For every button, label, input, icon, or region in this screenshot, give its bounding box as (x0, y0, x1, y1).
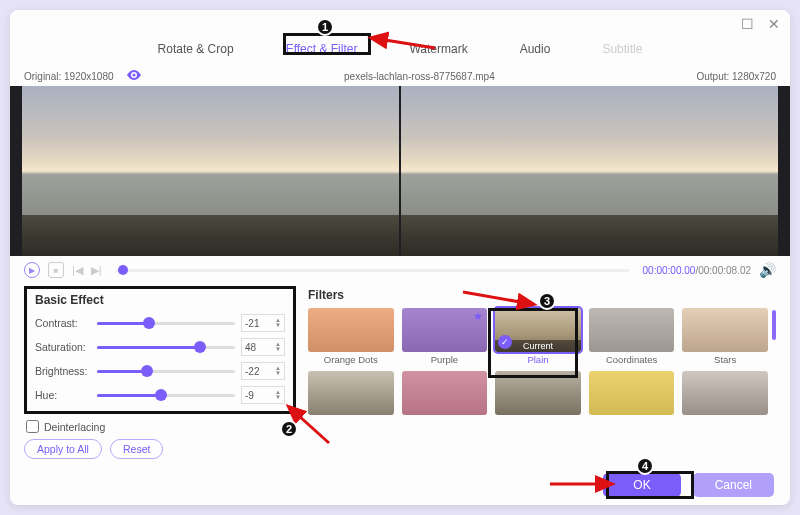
filter-stars[interactable]: Stars (682, 308, 768, 365)
preview-output (401, 86, 778, 256)
footer-buttons: OK Cancel (603, 473, 774, 497)
annotation-badge-1: 1 (316, 18, 334, 36)
brightness-label: Brightness: (35, 365, 91, 377)
titlebar: ☐ ✕ (10, 10, 790, 34)
annotation-badge-4: 4 (636, 457, 654, 475)
original-label: Original: (24, 71, 61, 82)
preview-area (10, 86, 790, 256)
contrast-val-text: -21 (245, 318, 259, 329)
info-bar: Original: 1920x1080 pexels-lachlan-ross-… (10, 68, 790, 86)
close-icon[interactable]: ✕ (768, 16, 780, 32)
contrast-label: Contrast: (35, 317, 91, 329)
tab-effect-filter[interactable]: Effect & Filter (280, 38, 364, 60)
prev-frame-icon[interactable]: |◀ (72, 264, 83, 277)
original-resolution: 1920x1080 (64, 71, 114, 82)
play-icon[interactable]: ▶ (24, 262, 40, 278)
filters-panel: Filters Orange Dots ★Purple Current✓Plai… (308, 286, 776, 459)
basic-effect-panel: Basic Effect Contrast: -21▲▼ Saturation:… (24, 286, 296, 459)
filter-label: Orange Dots (324, 354, 378, 365)
annotation-badge-2: 2 (280, 420, 298, 438)
timeline-slider[interactable] (116, 269, 629, 272)
cancel-button[interactable]: Cancel (693, 473, 774, 497)
stepper-icon[interactable]: ▲▼ (275, 366, 281, 376)
filter-item[interactable] (495, 371, 581, 417)
preview-original-icon[interactable] (126, 70, 142, 80)
saturation-label: Saturation: (35, 341, 91, 353)
tabs: Rotate & Crop Effect & Filter Watermark … (10, 34, 790, 68)
output-label: Output: (696, 71, 729, 82)
hue-slider[interactable] (97, 394, 235, 397)
filter-label: Stars (714, 354, 736, 365)
timecode: 00:00:00.00/00:00:08.02 (643, 265, 751, 276)
editor-window: ☐ ✕ Rotate & Crop Effect & Filter Waterm… (10, 10, 790, 505)
filter-item[interactable] (308, 371, 394, 417)
filter-label: Coordinates (606, 354, 657, 365)
duration: 00:00:08.02 (698, 265, 751, 276)
playback-controls: ▶ ■ |◀ ▶| 00:00:00.00/00:00:08.02 🔊 (10, 256, 790, 284)
saturation-slider[interactable] (97, 346, 235, 349)
tab-watermark[interactable]: Watermark (403, 38, 473, 60)
apply-to-all-button[interactable]: Apply to All (24, 439, 102, 459)
hue-val-text: -9 (245, 390, 254, 401)
output-resolution: 1280x720 (732, 71, 776, 82)
filter-coordinates[interactable]: Coordinates (589, 308, 675, 365)
stepper-icon[interactable]: ▲▼ (275, 390, 281, 400)
basic-effect-title: Basic Effect (35, 293, 285, 307)
tab-subtitle: Subtitle (596, 38, 648, 60)
contrast-slider[interactable] (97, 322, 235, 325)
filters-grid: Orange Dots ★Purple Current✓Plain Coordi… (308, 308, 768, 417)
next-frame-icon[interactable]: ▶| (91, 264, 102, 277)
filter-item[interactable] (402, 371, 488, 417)
filter-orange-dots[interactable]: Orange Dots (308, 308, 394, 365)
volume-icon[interactable]: 🔊 (759, 262, 776, 278)
brightness-value[interactable]: -22▲▼ (241, 362, 285, 380)
output-info: Output: 1280x720 (696, 71, 776, 82)
tab-audio[interactable]: Audio (514, 38, 557, 60)
current-time: 00:00:00.00 (643, 265, 696, 276)
hue-label: Hue: (35, 389, 91, 401)
maximize-icon[interactable]: ☐ (741, 16, 754, 32)
stepper-icon[interactable]: ▲▼ (275, 318, 281, 328)
ok-button[interactable]: OK (603, 473, 680, 497)
filter-item[interactable] (682, 371, 768, 417)
hue-value[interactable]: -9▲▼ (241, 386, 285, 404)
annotation-arrow-4 (548, 475, 604, 497)
deinterlacing-label: Deinterlacing (44, 421, 105, 433)
stop-icon[interactable]: ■ (48, 262, 64, 278)
original-info: Original: 1920x1080 (24, 70, 142, 82)
filter-item[interactable] (589, 371, 675, 417)
contrast-value[interactable]: -21▲▼ (241, 314, 285, 332)
filter-label: Purple (431, 354, 458, 365)
brightness-slider[interactable] (97, 370, 235, 373)
saturation-value[interactable]: 48▲▼ (241, 338, 285, 356)
reset-button[interactable]: Reset (110, 439, 163, 459)
deinterlacing-checkbox[interactable]: Deinterlacing (26, 420, 296, 433)
favorite-icon: ★ (473, 310, 483, 323)
filter-purple[interactable]: ★Purple (402, 308, 488, 365)
filename: pexels-lachlan-ross-8775687.mp4 (344, 71, 495, 82)
saturation-val-text: 48 (245, 342, 256, 353)
preview-original (22, 86, 399, 256)
stepper-icon[interactable]: ▲▼ (275, 342, 281, 352)
filter-label: Plain (527, 354, 548, 365)
filters-scrollbar[interactable] (772, 310, 776, 340)
filter-plain[interactable]: Current✓Plain (495, 308, 581, 365)
svg-point-1 (133, 74, 136, 77)
tab-rotate-crop[interactable]: Rotate & Crop (152, 38, 240, 60)
annotation-box-2: Basic Effect Contrast: -21▲▼ Saturation:… (24, 286, 296, 414)
deinterlacing-input[interactable] (26, 420, 39, 433)
lower-panel: Basic Effect Contrast: -21▲▼ Saturation:… (10, 284, 790, 467)
brightness-val-text: -22 (245, 366, 259, 377)
annotation-badge-3: 3 (538, 292, 556, 310)
